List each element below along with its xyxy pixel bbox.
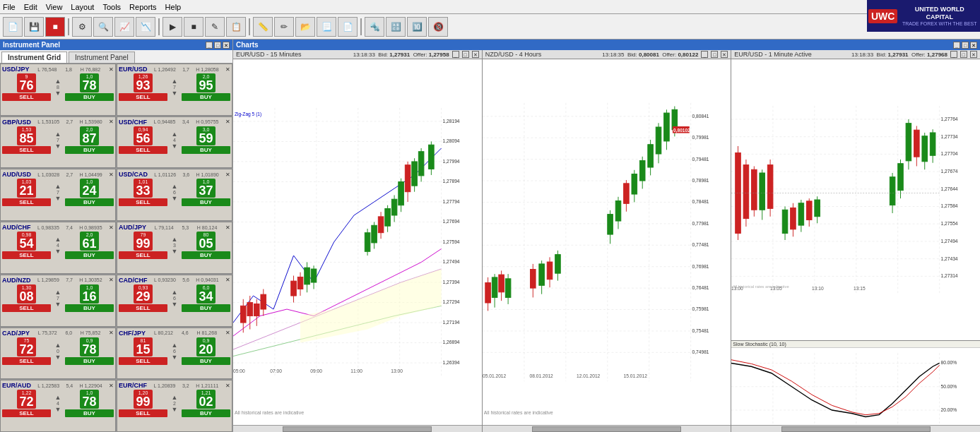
- toolbar-btn-15[interactable]: 📃: [317, 17, 336, 37]
- chart1-body[interactable]: 1,28194 1,28094 1,27994 1,27894 1,27794 …: [233, 59, 482, 425]
- instrument-close-2[interactable]: ✕: [109, 119, 114, 125]
- menu-reports[interactable]: Reports: [129, 3, 157, 11]
- toolbar-btn-17[interactable]: 🔩: [365, 17, 384, 37]
- toolbar-btn-8[interactable]: ▶: [163, 17, 182, 37]
- instrument-close-3[interactable]: ✕: [225, 119, 230, 125]
- chart3-minus[interactable]: _: [950, 51, 957, 58]
- sell-button-0[interactable]: SELL: [2, 93, 51, 101]
- instrument-close-4[interactable]: ✕: [109, 172, 114, 178]
- sell-button-10[interactable]: SELL: [2, 357, 51, 365]
- svg-text:1,27734: 1,27734: [941, 134, 958, 139]
- buy-button-5[interactable]: BUY: [182, 198, 230, 206]
- toolbar-btn-19[interactable]: 🔟: [407, 17, 427, 37]
- toolbar-btn-4[interactable]: ⚙: [72, 17, 92, 37]
- toolbar-btn-1[interactable]: 📄: [3, 17, 23, 37]
- toolbar-btn-13[interactable]: ✏: [274, 17, 294, 37]
- buy-button-0[interactable]: BUY: [65, 93, 114, 101]
- toolbar-btn-16[interactable]: 📄: [338, 17, 358, 37]
- sell-button-7[interactable]: SELL: [119, 251, 167, 259]
- instrument-close-7[interactable]: ✕: [225, 224, 230, 231]
- buy-price-0: 1,0 78: [80, 73, 98, 92]
- menu-edit[interactable]: Edit: [24, 3, 37, 11]
- toolbar-btn-10[interactable]: ✎: [205, 17, 225, 37]
- charts-minimize-btn[interactable]: _: [953, 42, 960, 49]
- chart2-minus[interactable]: _: [701, 51, 708, 58]
- toolbar-btn-3[interactable]: ■: [45, 17, 65, 37]
- chart2-body[interactable]: 0,80102 0,80841 0,79981 0,79481 0,78981 …: [483, 59, 731, 425]
- chart2-scrollbar[interactable]: [483, 425, 731, 432]
- buy-button-1[interactable]: BUY: [182, 93, 230, 101]
- menu-help[interactable]: Help: [165, 3, 182, 11]
- sell-button-2[interactable]: SELL: [2, 146, 51, 154]
- buy-button-2[interactable]: BUY: [65, 146, 114, 154]
- chart2-close[interactable]: ✕: [721, 51, 728, 58]
- sell-button-9[interactable]: SELL: [119, 304, 167, 312]
- buy-button-4[interactable]: BUY: [65, 198, 114, 206]
- toolbar-btn-5[interactable]: 🔍: [93, 17, 113, 37]
- toolbar-btn-14[interactable]: 📂: [295, 17, 315, 37]
- toolbar-btn-18[interactable]: 🔠: [386, 17, 406, 37]
- chart2-scrollbar-thumb[interactable]: [532, 426, 681, 432]
- instrument-card-AUDJPY: AUD/JPY L 79,114 5,3 H 80,124 ✕ 79 99 SE…: [117, 222, 232, 274]
- instrument-close-13[interactable]: ✕: [225, 383, 230, 389]
- menu-layout[interactable]: Layout: [71, 3, 94, 11]
- toolbar-btn-20[interactable]: 🔞: [428, 17, 448, 37]
- buy-button-11[interactable]: BUY: [182, 357, 230, 365]
- chart2-box[interactable]: □: [711, 51, 718, 58]
- instrument-close-10[interactable]: ✕: [109, 330, 114, 336]
- sell-button-3[interactable]: SELL: [119, 146, 167, 154]
- svg-text:0,75481: 0,75481: [692, 328, 709, 333]
- sell-button-8[interactable]: SELL: [2, 304, 51, 312]
- instrument-close-6[interactable]: ✕: [109, 224, 114, 231]
- menu-file[interactable]: File: [3, 3, 16, 11]
- chart1-box[interactable]: □: [462, 51, 469, 58]
- toolbar-btn-7[interactable]: 📉: [136, 17, 155, 37]
- chart3-scrollbar[interactable]: [731, 425, 980, 432]
- buy-button-6[interactable]: BUY: [65, 251, 114, 259]
- panel-close-btn[interactable]: ✕: [223, 42, 230, 49]
- panel-minimize-btn[interactable]: _: [206, 42, 213, 49]
- buy-button-10[interactable]: BUY: [65, 357, 114, 365]
- menu-view[interactable]: View: [46, 3, 63, 11]
- chart3-body[interactable]: 1,27764 1,27734 1,27704 1,27674 1,27644 …: [731, 59, 980, 340]
- panel-maximize-btn[interactable]: □: [214, 42, 221, 49]
- chart1-minus[interactable]: _: [452, 51, 459, 58]
- buy-button-8[interactable]: BUY: [65, 304, 114, 312]
- buy-button-3[interactable]: BUY: [182, 146, 230, 154]
- sell-button-12[interactable]: SELL: [2, 409, 51, 417]
- instrument-close-0[interactable]: ✕: [109, 66, 114, 73]
- sell-button-11[interactable]: SELL: [119, 357, 167, 365]
- tab-instrument-grid[interactable]: Instrument Grid: [1, 52, 67, 63]
- instrument-close-11[interactable]: ✕: [225, 330, 230, 336]
- tab-instrument-panel[interactable]: Instrument Panel: [69, 52, 135, 63]
- toolbar-btn-6[interactable]: 📈: [114, 17, 134, 37]
- instrument-close-5[interactable]: ✕: [225, 172, 230, 178]
- menu-tools[interactable]: Tools: [102, 3, 121, 11]
- chart3-close[interactable]: ✕: [970, 51, 977, 58]
- toolbar-btn-2[interactable]: 💾: [24, 17, 44, 37]
- chart3-scrollbar-thumb[interactable]: [781, 426, 931, 432]
- buy-button-9[interactable]: BUY: [182, 304, 230, 312]
- toolbar-btn-11[interactable]: 📋: [226, 17, 246, 37]
- sell-button-13[interactable]: SELL: [119, 409, 167, 417]
- sell-button-4[interactable]: SELL: [2, 198, 51, 206]
- instrument-close-9[interactable]: ✕: [225, 277, 230, 283]
- instrument-close-12[interactable]: ✕: [109, 383, 114, 389]
- chart3-box[interactable]: □: [960, 51, 967, 58]
- chart1-scrollbar[interactable]: [233, 425, 482, 432]
- toolbar-btn-12[interactable]: 📏: [253, 17, 273, 37]
- charts-close-btn[interactable]: ✕: [970, 42, 977, 49]
- toolbar-btn-9[interactable]: ■: [184, 17, 203, 37]
- chart1-close[interactable]: ✕: [472, 51, 479, 58]
- charts-maximize-btn[interactable]: □: [962, 42, 969, 49]
- sell-button-5[interactable]: SELL: [119, 198, 167, 206]
- buy-button-7[interactable]: BUY: [182, 251, 230, 259]
- sell-button-6[interactable]: SELL: [2, 251, 51, 259]
- instrument-close-1[interactable]: ✕: [225, 66, 230, 73]
- sell-button-1[interactable]: SELL: [119, 93, 167, 101]
- chart1-scrollbar-thumb[interactable]: [283, 426, 432, 432]
- panel-tabs: Instrument Grid Instrument Panel: [0, 50, 232, 64]
- buy-button-13[interactable]: BUY: [182, 409, 230, 417]
- buy-button-12[interactable]: BUY: [65, 409, 114, 417]
- instrument-close-8[interactable]: ✕: [109, 277, 114, 283]
